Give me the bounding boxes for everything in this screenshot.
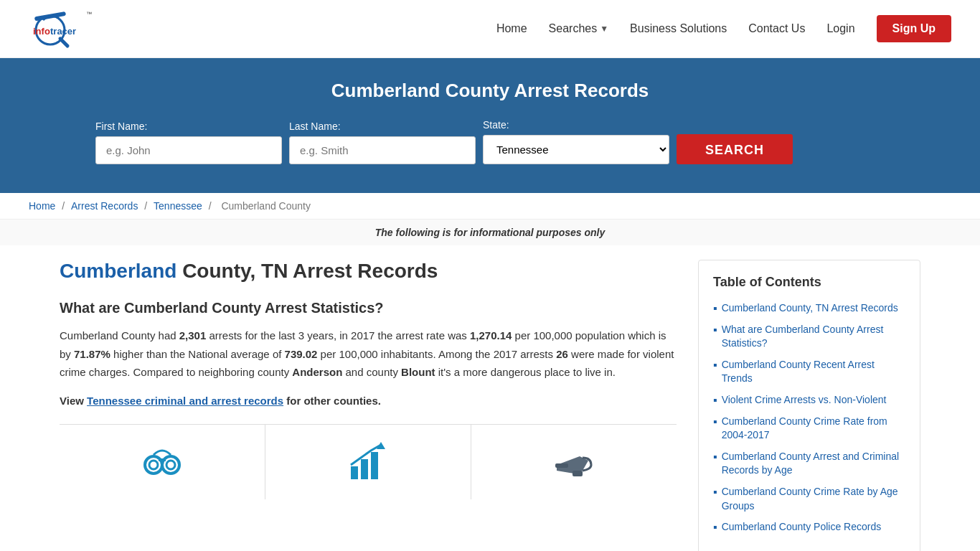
- breadcrumb: Home / Arrest Records / Tennessee / Cumb…: [0, 193, 980, 220]
- toc-item: ▪ What are Cumberland County Arrest Stat…: [713, 323, 905, 351]
- lastname-input[interactable]: [289, 136, 476, 164]
- stats-paragraph: Cumberland County had 2,301 arrests for …: [60, 326, 677, 382]
- firstname-group: First Name:: [95, 121, 282, 164]
- main-layout: Cumberland County, TN Arrest Records Wha…: [31, 245, 949, 551]
- lastname-label: Last Name:: [289, 121, 341, 132]
- svg-text:info: info: [33, 26, 50, 37]
- content-area: Cumberland County, TN Arrest Records Wha…: [60, 260, 698, 499]
- toc-bullet-icon: ▪: [713, 394, 717, 407]
- page-title: Cumberland County, TN Arrest Records: [60, 260, 677, 283]
- icon-cell-handcuffs: [60, 425, 265, 499]
- state-label: State:: [483, 119, 509, 131]
- icon-cell-chart: [265, 425, 471, 499]
- tennessee-records-link[interactable]: Tennessee criminal and arrest records: [87, 395, 283, 407]
- search-form: First Name: Last Name: State: AlabamaAla…: [95, 119, 885, 164]
- icon-cell-gun: [471, 425, 677, 499]
- section1-heading: What are Cumberland County Arrest Statis…: [60, 300, 677, 316]
- nav-contact-us[interactable]: Contact Us: [748, 22, 805, 35]
- title-suffix: County, TN Arrest Records: [176, 260, 438, 282]
- gun-icon: [551, 439, 597, 485]
- search-button[interactable]: SEARCH: [677, 134, 793, 164]
- toc-list: ▪ Cumberland County, TN Arrest Records ▪…: [713, 301, 905, 534]
- toc-item: ▪ Cumberland County Arrest and Criminal …: [713, 450, 905, 478]
- toc-bullet-icon: ▪: [713, 415, 717, 428]
- toc-link-3[interactable]: Cumberland County Recent Arrest Trends: [722, 358, 905, 386]
- info-notice: The following is for informational purpo…: [0, 220, 980, 245]
- toc-bullet-icon: ▪: [713, 521, 717, 534]
- state-group: State: AlabamaAlaskaArizonaArkansas Cali…: [483, 119, 669, 164]
- firstname-label: First Name:: [95, 121, 147, 132]
- nav-business-solutions[interactable]: Business Solutions: [630, 22, 727, 35]
- toc-link-6[interactable]: Cumberland County Arrest and Criminal Re…: [722, 450, 905, 478]
- toc-bullet-icon: ▪: [713, 451, 717, 463]
- state-select[interactable]: AlabamaAlaskaArizonaArkansas CaliforniaC…: [483, 135, 669, 164]
- toc-link-4[interactable]: Violent Crime Arrests vs. Non-Violent: [722, 393, 887, 408]
- chevron-down-icon: ▼: [600, 24, 608, 34]
- chart-icon: [345, 439, 391, 485]
- svg-rect-13: [361, 459, 368, 479]
- login-button[interactable]: Login: [826, 22, 854, 35]
- svg-point-9: [166, 461, 175, 469]
- toc-bullet-icon: ▪: [713, 486, 717, 499]
- breadcrumb-sep3: /: [209, 200, 215, 212]
- toc-bullet-icon: ▪: [713, 359, 717, 372]
- hero-title: Cumberland County Arrest Records: [29, 80, 951, 102]
- svg-rect-17: [573, 471, 583, 476]
- svg-rect-14: [371, 452, 378, 479]
- breadcrumb-sep2: /: [144, 200, 150, 212]
- toc-item: ▪ Violent Crime Arrests vs. Non-Violent: [713, 393, 905, 408]
- toc-bullet-icon: ▪: [713, 302, 717, 315]
- signup-button[interactable]: Sign Up: [877, 15, 951, 42]
- svg-rect-12: [351, 466, 358, 479]
- toc-link-2[interactable]: What are Cumberland County Arrest Statis…: [722, 323, 905, 351]
- svg-point-8: [149, 461, 158, 469]
- firstname-input[interactable]: [95, 136, 282, 164]
- toc-link-8[interactable]: Cumberland County Police Records: [722, 520, 882, 534]
- nav-home[interactable]: Home: [496, 22, 527, 35]
- toc-item: ▪ Cumberland County Police Records: [713, 520, 905, 534]
- breadcrumb-home[interactable]: Home: [29, 200, 55, 212]
- toc-sidebar: Table of Contents ▪ Cumberland County, T…: [698, 260, 920, 551]
- hero-section: Cumberland County Arrest Records First N…: [0, 58, 980, 193]
- toc-item: ▪ Cumberland County, TN Arrest Records: [713, 301, 905, 316]
- breadcrumb-sep1: /: [62, 200, 67, 212]
- breadcrumb-county: Cumberland County: [221, 200, 311, 212]
- breadcrumb-arrest-records[interactable]: Arrest Records: [71, 200, 138, 212]
- toc-link-1[interactable]: Cumberland County, TN Arrest Records: [722, 301, 898, 316]
- main-nav: Home Searches ▼ Business Solutions Conta…: [496, 15, 951, 42]
- svg-rect-16: [555, 463, 568, 468]
- svg-text:tracer: tracer: [50, 26, 76, 37]
- svg-text:™: ™: [86, 11, 92, 17]
- toc-item: ▪ Cumberland County Crime Rate from 2004…: [713, 415, 905, 443]
- svg-line-1: [60, 39, 67, 46]
- toc-heading: Table of Contents: [713, 275, 905, 290]
- toc-item: ▪ Cumberland County Crime Rate by Age Gr…: [713, 485, 905, 513]
- logo[interactable]: info tracer ™: [29, 7, 143, 50]
- icons-row: [60, 424, 677, 499]
- handcuffs-icon: [139, 439, 185, 485]
- toc-item: ▪ Cumberland County Recent Arrest Trends: [713, 358, 905, 386]
- toc-link-5[interactable]: Cumberland County Crime Rate from 2004-2…: [722, 415, 905, 443]
- site-header: info tracer ™ Home Searches ▼ Business S…: [0, 0, 980, 58]
- toc-bullet-icon: ▪: [713, 324, 717, 336]
- breadcrumb-tennessee[interactable]: Tennessee: [154, 200, 202, 212]
- nav-searches[interactable]: Searches ▼: [549, 22, 608, 35]
- view-link-paragraph: View Tennessee criminal and arrest recor…: [60, 392, 677, 410]
- lastname-group: Last Name:: [289, 121, 476, 164]
- title-cumberland: Cumberland: [60, 260, 176, 282]
- toc-link-7[interactable]: Cumberland County Crime Rate by Age Grou…: [722, 485, 905, 513]
- logo-svg: info tracer ™: [29, 7, 143, 50]
